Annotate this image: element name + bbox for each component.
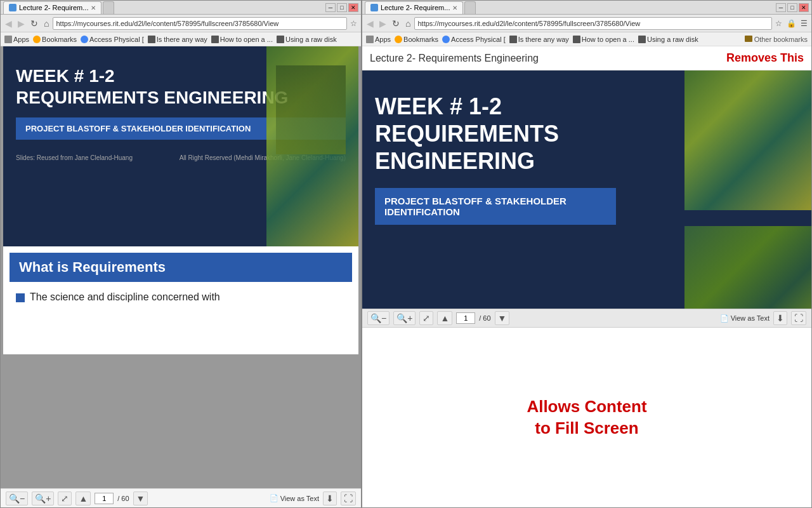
right-slide1-image-top — [684, 70, 811, 210]
right-slide1-subbar: PROJECT BLASTOFF & STAKEHOLDER IDENTIFIC… — [375, 188, 616, 225]
left-browser-window: Lecture 2- Requirem... ✕ ─ □ ✕ ◀ ▶ ↻ ⌂ ☆… — [0, 0, 362, 508]
right-address-bar[interactable] — [414, 17, 772, 30]
left-minimize-button[interactable]: ─ — [325, 3, 336, 12]
left-slide2-bullet — [16, 293, 25, 302]
left-slide1-footer-left: Slides: Reused from Jane Cleland-Huang — [16, 154, 133, 161]
left-zoom-in-button[interactable]: 🔍+ — [32, 491, 54, 505]
left-bookmarks-icon — [33, 36, 41, 43]
right-next-page-button[interactable]: ▼ — [495, 311, 510, 325]
right-forward-button[interactable]: ▶ — [377, 18, 388, 29]
left-tab-inactive[interactable] — [103, 1, 114, 14]
right-menu-icon[interactable]: ☰ — [799, 19, 809, 28]
right-extension-icon[interactable]: 🔒 — [785, 19, 797, 28]
right-access-physical-icon — [442, 36, 450, 43]
left-forward-button[interactable]: ▶ — [16, 18, 27, 29]
right-view-as-text-label: View as Text — [731, 314, 769, 322]
right-using-raw-disk-label: Using a raw disk — [647, 36, 698, 43]
right-bookmarks-bar: Apps Bookmarks Access Physical [ Is ther… — [362, 32, 811, 46]
left-reload-button[interactable]: ↻ — [29, 18, 40, 29]
right-slide1-week-line2: REQUIREMENTS ENGINEERING — [375, 121, 559, 174]
right-bm-other-bookmarks[interactable]: Other bookmarks — [745, 36, 808, 43]
left-is-there-any-icon — [148, 36, 155, 43]
right-tab-active[interactable]: Lecture 2- Requirem... ✕ — [365, 1, 463, 14]
left-fit-button[interactable]: ⤢ — [58, 491, 72, 505]
right-allows-content-text: Allows Content to Fill Screen — [527, 396, 646, 439]
left-bm-how-to-open[interactable]: How to open a ... — [211, 36, 273, 43]
left-maximize-button[interactable]: □ — [337, 3, 347, 12]
right-slide1-image-bottom — [684, 226, 811, 309]
right-zoom-in-button[interactable]: 🔍+ — [393, 311, 416, 325]
left-slide1-image — [266, 46, 358, 246]
right-bm-apps[interactable]: Apps — [366, 36, 391, 43]
left-view-as-text-icon: 📄 — [270, 494, 278, 502]
left-slide-2: What is Requirements The science and dis… — [3, 246, 358, 354]
right-page-input[interactable] — [456, 312, 475, 324]
right-other-bookmarks-label: Other bookmarks — [754, 36, 808, 43]
left-home-button[interactable]: ⌂ — [42, 18, 51, 29]
left-close-button[interactable]: ✕ — [348, 3, 358, 12]
left-slide2-title: What is Requirements — [10, 253, 352, 282]
right-tab-label: Lecture 2- Requirem... — [381, 4, 450, 11]
right-minimize-button[interactable]: ─ — [776, 3, 786, 12]
left-is-there-any-label: Is there any way — [157, 36, 207, 43]
right-bm-using-raw-disk[interactable]: Using a raw disk — [638, 36, 698, 43]
right-nav-bar: ◀ ▶ ↻ ⌂ ☆ 🔒 ☰ — [362, 15, 811, 32]
left-tab-close[interactable]: ✕ — [91, 4, 96, 11]
left-apps-icon — [4, 36, 12, 43]
left-next-page-button[interactable]: ▼ — [133, 491, 148, 505]
left-slide-toolbar: 🔍− 🔍+ ⤢ ▲ / 60 ▼ 📄 View as Text ⬇ ⛶ — [1, 488, 361, 507]
right-window-controls: ─ □ ✕ — [776, 3, 809, 12]
left-window-controls: ─ □ ✕ — [325, 3, 358, 12]
right-using-raw-disk-icon — [638, 36, 646, 43]
right-allows-content-line1: Allows Content — [527, 397, 646, 416]
left-access-physical-label: Access Physical [ — [89, 36, 144, 43]
left-view-as-text-button[interactable]: 📄 View as Text — [270, 494, 319, 502]
left-bm-using-raw-disk[interactable]: Using a raw disk — [277, 36, 337, 43]
right-bookmarks-icon — [395, 36, 402, 43]
right-bm-is-there-any[interactable]: Is there any way — [509, 36, 569, 43]
left-bm-access-physical[interactable]: Access Physical [ — [81, 36, 144, 43]
right-prev-page-button[interactable]: ▲ — [437, 311, 452, 325]
right-zoom-out-button[interactable]: 🔍− — [367, 311, 390, 325]
right-close-button[interactable]: ✕ — [799, 3, 809, 12]
left-page-input[interactable] — [95, 493, 114, 504]
left-title-bar: Lecture 2- Requirem... ✕ ─ □ ✕ — [1, 1, 361, 15]
left-bm-bookmarks[interactable]: Bookmarks — [33, 36, 77, 43]
right-fit-button[interactable]: ⤢ — [419, 311, 433, 325]
right-favicon — [370, 4, 378, 11]
right-page-total: / 60 — [479, 314, 490, 322]
right-bm-access-physical[interactable]: Access Physical [ — [442, 36, 506, 43]
left-content-area: WEEK # 1-2 REQUIREMENTS ENGINEERING PROJ… — [1, 46, 361, 488]
left-download-button[interactable]: ⬇ — [323, 491, 337, 505]
right-bm-how-to-open[interactable]: How to open a ... — [573, 36, 634, 43]
right-bm-bookmarks[interactable]: Bookmarks — [395, 36, 438, 43]
left-bm-is-there-any[interactable]: Is there any way — [148, 36, 207, 43]
left-zoom-out-button[interactable]: 🔍− — [6, 491, 28, 505]
right-bookmark-star-icon[interactable]: ☆ — [774, 19, 783, 28]
right-download-button[interactable]: ⬇ — [773, 311, 787, 325]
left-bookmark-star-icon[interactable]: ☆ — [349, 19, 358, 28]
right-home-button[interactable]: ⌂ — [403, 18, 412, 29]
right-tab-close[interactable]: ✕ — [452, 4, 457, 11]
left-fullscreen-button[interactable]: ⛶ — [341, 491, 356, 505]
left-bookmarks-label: Bookmarks — [42, 36, 77, 43]
left-bm-apps[interactable]: Apps — [4, 36, 29, 43]
right-back-button[interactable]: ◀ — [365, 18, 376, 29]
left-tab-active[interactable]: Lecture 2- Requirem... ✕ — [3, 1, 102, 14]
right-browser-window: Lecture 2- Requirem... ✕ ─ □ ✕ ◀ ▶ ↻ ⌂ ☆… — [362, 0, 812, 508]
right-fullscreen-button[interactable]: ⛶ — [791, 311, 806, 325]
right-folder-icon — [745, 36, 752, 42]
left-address-bar[interactable] — [53, 17, 347, 30]
right-reload-button[interactable]: ↻ — [390, 18, 402, 29]
left-slide1-week-line2: REQUIREMENTS ENGINEERING — [16, 88, 288, 107]
right-is-there-any-icon — [509, 36, 517, 43]
left-favicon — [9, 4, 16, 11]
left-apps-label: Apps — [13, 36, 29, 43]
left-back-button[interactable]: ◀ — [3, 18, 14, 29]
left-prev-page-button[interactable]: ▲ — [75, 491, 91, 505]
left-using-raw-disk-icon — [277, 36, 284, 43]
left-slide-1: WEEK # 1-2 REQUIREMENTS ENGINEERING PROJ… — [3, 46, 358, 246]
right-tab-inactive[interactable] — [464, 1, 476, 14]
right-view-as-text-button[interactable]: 📄 View as Text — [720, 314, 769, 323]
right-maximize-button[interactable]: □ — [787, 3, 797, 12]
